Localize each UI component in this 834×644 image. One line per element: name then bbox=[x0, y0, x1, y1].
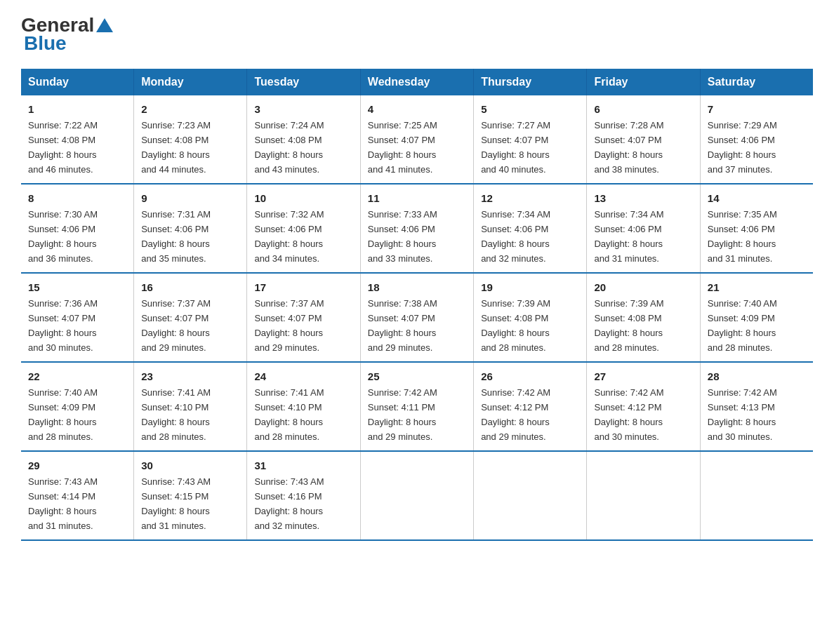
calendar-week-row: 1 Sunrise: 7:22 AMSunset: 4:08 PMDayligh… bbox=[21, 95, 813, 184]
calendar-week-row: 8 Sunrise: 7:30 AMSunset: 4:06 PMDayligh… bbox=[21, 184, 813, 273]
calendar-cell: 29 Sunrise: 7:43 AMSunset: 4:14 PMDaylig… bbox=[21, 451, 134, 540]
day-info: Sunrise: 7:42 AMSunset: 4:12 PMDaylight:… bbox=[594, 387, 663, 442]
day-info: Sunrise: 7:31 AMSunset: 4:06 PMDaylight:… bbox=[141, 209, 211, 264]
day-number: 13 bbox=[594, 190, 692, 206]
calendar-cell: 23 Sunrise: 7:41 AMSunset: 4:10 PMDaylig… bbox=[134, 362, 247, 451]
day-info: Sunrise: 7:25 AMSunset: 4:07 PMDaylight:… bbox=[368, 120, 437, 175]
calendar-cell: 30 Sunrise: 7:43 AMSunset: 4:15 PMDaylig… bbox=[134, 451, 247, 540]
day-number: 26 bbox=[481, 368, 579, 384]
calendar-day-header: Wednesday bbox=[360, 69, 473, 95]
day-info: Sunrise: 7:34 AMSunset: 4:06 PMDaylight:… bbox=[481, 209, 550, 264]
day-number: 6 bbox=[594, 101, 692, 117]
calendar-day-header: Sunday bbox=[21, 69, 134, 95]
day-info: Sunrise: 7:39 AMSunset: 4:08 PMDaylight:… bbox=[481, 298, 550, 353]
day-number: 24 bbox=[254, 368, 352, 384]
calendar-cell: 24 Sunrise: 7:41 AMSunset: 4:10 PMDaylig… bbox=[247, 362, 360, 451]
calendar-cell: 9 Sunrise: 7:31 AMSunset: 4:06 PMDayligh… bbox=[134, 184, 247, 273]
day-number: 7 bbox=[708, 101, 806, 117]
calendar-cell: 13 Sunrise: 7:34 AMSunset: 4:06 PMDaylig… bbox=[587, 184, 700, 273]
calendar-cell bbox=[587, 451, 700, 540]
day-number: 23 bbox=[141, 368, 239, 384]
day-info: Sunrise: 7:34 AMSunset: 4:06 PMDaylight:… bbox=[594, 209, 663, 264]
calendar-cell: 16 Sunrise: 7:37 AMSunset: 4:07 PMDaylig… bbox=[134, 273, 247, 362]
day-info: Sunrise: 7:43 AMSunset: 4:16 PMDaylight:… bbox=[254, 476, 324, 531]
calendar-cell: 15 Sunrise: 7:36 AMSunset: 4:07 PMDaylig… bbox=[21, 273, 134, 362]
calendar-cell: 25 Sunrise: 7:42 AMSunset: 4:11 PMDaylig… bbox=[360, 362, 473, 451]
calendar-cell: 19 Sunrise: 7:39 AMSunset: 4:08 PMDaylig… bbox=[474, 273, 587, 362]
day-number: 20 bbox=[594, 279, 692, 295]
day-info: Sunrise: 7:43 AMSunset: 4:14 PMDaylight:… bbox=[28, 476, 98, 531]
calendar-cell: 10 Sunrise: 7:32 AMSunset: 4:06 PMDaylig… bbox=[247, 184, 360, 273]
calendar-day-header: Monday bbox=[134, 69, 247, 95]
day-info: Sunrise: 7:22 AMSunset: 4:08 PMDaylight:… bbox=[28, 120, 98, 175]
day-info: Sunrise: 7:28 AMSunset: 4:07 PMDaylight:… bbox=[594, 120, 663, 175]
day-info: Sunrise: 7:29 AMSunset: 4:06 PMDaylight:… bbox=[708, 120, 777, 175]
calendar-cell: 11 Sunrise: 7:33 AMSunset: 4:06 PMDaylig… bbox=[360, 184, 473, 273]
day-number: 5 bbox=[481, 101, 579, 117]
day-number: 17 bbox=[254, 279, 352, 295]
calendar-cell: 17 Sunrise: 7:37 AMSunset: 4:07 PMDaylig… bbox=[247, 273, 360, 362]
calendar-day-header: Saturday bbox=[700, 69, 813, 95]
day-number: 9 bbox=[141, 190, 239, 206]
calendar-cell: 27 Sunrise: 7:42 AMSunset: 4:12 PMDaylig… bbox=[587, 362, 700, 451]
calendar-cell: 6 Sunrise: 7:28 AMSunset: 4:07 PMDayligh… bbox=[587, 95, 700, 184]
calendar-cell: 4 Sunrise: 7:25 AMSunset: 4:07 PMDayligh… bbox=[360, 95, 473, 184]
day-info: Sunrise: 7:24 AMSunset: 4:08 PMDaylight:… bbox=[254, 120, 324, 175]
logo-triangle-icon bbox=[96, 18, 113, 32]
day-number: 8 bbox=[28, 190, 126, 206]
day-info: Sunrise: 7:33 AMSunset: 4:06 PMDaylight:… bbox=[368, 209, 437, 264]
day-number: 11 bbox=[368, 190, 466, 206]
day-info: Sunrise: 7:23 AMSunset: 4:08 PMDaylight:… bbox=[141, 120, 211, 175]
day-number: 27 bbox=[594, 368, 692, 384]
day-number: 25 bbox=[368, 368, 466, 384]
calendar-day-header: Tuesday bbox=[247, 69, 360, 95]
day-number: 10 bbox=[254, 190, 352, 206]
day-info: Sunrise: 7:42 AMSunset: 4:13 PMDaylight:… bbox=[708, 387, 777, 442]
day-info: Sunrise: 7:36 AMSunset: 4:07 PMDaylight:… bbox=[28, 298, 98, 353]
calendar-cell: 14 Sunrise: 7:35 AMSunset: 4:06 PMDaylig… bbox=[700, 184, 813, 273]
day-number: 19 bbox=[481, 279, 579, 295]
day-number: 18 bbox=[368, 279, 466, 295]
calendar-week-row: 29 Sunrise: 7:43 AMSunset: 4:14 PMDaylig… bbox=[21, 451, 813, 540]
day-number: 29 bbox=[28, 457, 126, 474]
day-number: 16 bbox=[141, 279, 239, 295]
calendar-cell bbox=[700, 451, 813, 540]
calendar-cell: 20 Sunrise: 7:39 AMSunset: 4:08 PMDaylig… bbox=[587, 273, 700, 362]
day-number: 4 bbox=[368, 101, 466, 117]
day-info: Sunrise: 7:43 AMSunset: 4:15 PMDaylight:… bbox=[141, 476, 211, 531]
day-info: Sunrise: 7:42 AMSunset: 4:12 PMDaylight:… bbox=[481, 387, 550, 442]
calendar-cell: 31 Sunrise: 7:43 AMSunset: 4:16 PMDaylig… bbox=[247, 451, 360, 540]
calendar-table: SundayMondayTuesdayWednesdayThursdayFrid… bbox=[21, 69, 813, 541]
calendar-cell bbox=[474, 451, 587, 540]
calendar-cell: 5 Sunrise: 7:27 AMSunset: 4:07 PMDayligh… bbox=[474, 95, 587, 184]
day-info: Sunrise: 7:32 AMSunset: 4:06 PMDaylight:… bbox=[254, 209, 324, 264]
calendar-week-row: 15 Sunrise: 7:36 AMSunset: 4:07 PMDaylig… bbox=[21, 273, 813, 362]
logo-blue-text: Blue bbox=[24, 32, 67, 55]
calendar-cell: 18 Sunrise: 7:38 AMSunset: 4:07 PMDaylig… bbox=[360, 273, 473, 362]
day-info: Sunrise: 7:41 AMSunset: 4:10 PMDaylight:… bbox=[254, 387, 324, 442]
day-info: Sunrise: 7:39 AMSunset: 4:08 PMDaylight:… bbox=[594, 298, 663, 353]
day-number: 3 bbox=[254, 101, 352, 117]
calendar-cell: 1 Sunrise: 7:22 AMSunset: 4:08 PMDayligh… bbox=[21, 95, 134, 184]
day-number: 22 bbox=[28, 368, 126, 384]
calendar-cell bbox=[360, 451, 473, 540]
day-info: Sunrise: 7:40 AMSunset: 4:09 PMDaylight:… bbox=[708, 298, 777, 353]
day-info: Sunrise: 7:40 AMSunset: 4:09 PMDaylight:… bbox=[28, 387, 98, 442]
day-info: Sunrise: 7:37 AMSunset: 4:07 PMDaylight:… bbox=[254, 298, 324, 353]
day-number: 1 bbox=[28, 101, 126, 117]
day-info: Sunrise: 7:41 AMSunset: 4:10 PMDaylight:… bbox=[141, 387, 211, 442]
day-number: 2 bbox=[141, 101, 239, 117]
calendar-week-row: 22 Sunrise: 7:40 AMSunset: 4:09 PMDaylig… bbox=[21, 362, 813, 451]
day-info: Sunrise: 7:27 AMSunset: 4:07 PMDaylight:… bbox=[481, 120, 550, 175]
calendar-day-header: Thursday bbox=[474, 69, 587, 95]
day-number: 31 bbox=[254, 457, 352, 474]
day-number: 28 bbox=[708, 368, 806, 384]
day-number: 14 bbox=[708, 190, 806, 206]
day-info: Sunrise: 7:35 AMSunset: 4:06 PMDaylight:… bbox=[708, 209, 777, 264]
calendar-cell: 21 Sunrise: 7:40 AMSunset: 4:09 PMDaylig… bbox=[700, 273, 813, 362]
calendar-cell: 26 Sunrise: 7:42 AMSunset: 4:12 PMDaylig… bbox=[474, 362, 587, 451]
day-number: 15 bbox=[28, 279, 126, 295]
calendar-cell: 3 Sunrise: 7:24 AMSunset: 4:08 PMDayligh… bbox=[247, 95, 360, 184]
calendar-cell: 7 Sunrise: 7:29 AMSunset: 4:06 PMDayligh… bbox=[700, 95, 813, 184]
calendar-cell: 2 Sunrise: 7:23 AMSunset: 4:08 PMDayligh… bbox=[134, 95, 247, 184]
